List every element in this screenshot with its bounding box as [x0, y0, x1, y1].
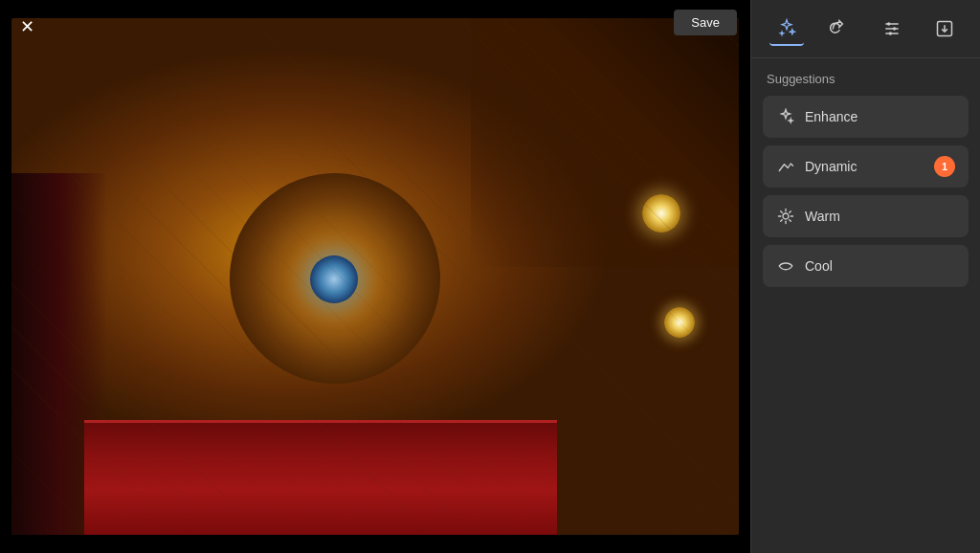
- svg-point-4: [893, 27, 896, 30]
- warm-icon: [776, 207, 795, 226]
- suggestion-enhance[interactable]: Enhance: [763, 96, 969, 138]
- dynamic-icon: [776, 157, 795, 176]
- suggestion-cool[interactable]: Cool: [763, 245, 969, 287]
- svg-line-12: [781, 211, 783, 213]
- suggestions-list: Enhance Dynamic 1: [751, 96, 980, 287]
- export-icon: [935, 19, 954, 38]
- sliders-icon: [882, 19, 902, 38]
- cool-label: Cool: [805, 258, 833, 274]
- svg-line-15: [790, 211, 791, 213]
- enhance-label: Enhance: [805, 109, 858, 124]
- suggestions-section: Suggestions Enhance Dyn: [751, 58, 980, 287]
- warm-label: Warm: [805, 209, 840, 224]
- svg-point-3: [887, 22, 890, 25]
- svg-point-5: [889, 32, 892, 34]
- image-area: ✕ Save: [0, 0, 750, 553]
- suggestion-dynamic[interactable]: Dynamic 1: [763, 145, 969, 188]
- dynamic-badge: 1: [934, 156, 955, 177]
- toolbar: [751, 0, 980, 58]
- sparkle-icon: [777, 18, 796, 37]
- tool-rotate-button[interactable]: [822, 11, 857, 46]
- tool-adjust-button[interactable]: [875, 11, 909, 46]
- sidebar: Suggestions Enhance Dyn: [750, 0, 980, 553]
- enhance-icon: [776, 107, 795, 126]
- dynamic-label: Dynamic: [805, 159, 857, 174]
- suggestions-label: Suggestions: [751, 58, 980, 96]
- svg-point-7: [783, 213, 789, 219]
- tool-autofix-button[interactable]: [769, 11, 804, 46]
- cool-icon: [776, 256, 795, 276]
- suggestion-warm[interactable]: Warm: [763, 195, 969, 237]
- svg-line-14: [781, 220, 783, 222]
- close-button[interactable]: ✕: [13, 13, 40, 40]
- tool-export-button[interactable]: [927, 11, 962, 46]
- rotate-icon: [830, 19, 849, 38]
- svg-line-13: [790, 220, 791, 222]
- photo: [11, 18, 739, 535]
- save-button[interactable]: Save: [674, 10, 737, 35]
